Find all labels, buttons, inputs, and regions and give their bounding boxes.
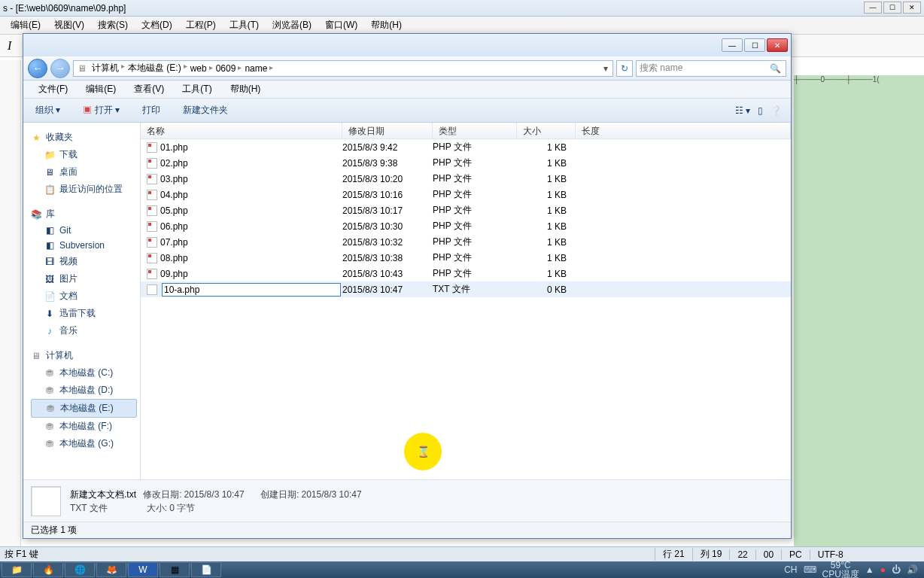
menu-tools[interactable]: 工具(T)	[223, 17, 265, 34]
italic-icon[interactable]: I	[3, 39, 16, 53]
file-row[interactable]: 08.php2015/8/3 10:38PHP 文件1 KB	[141, 250, 791, 266]
editor-maximize-button[interactable]: ☐	[883, 2, 901, 14]
editor-minimize-button[interactable]: —	[864, 2, 882, 14]
address-bar[interactable]: 🖥 计算机 本地磁盘 (E:) web 0609 name ▾	[73, 60, 613, 77]
ex-menu-tools[interactable]: 工具(T)	[175, 81, 219, 98]
file-row[interactable]: 06.php2015/8/3 10:30PHP 文件1 KB	[141, 218, 791, 234]
menu-edit[interactable]: 编辑(E)	[5, 17, 47, 34]
file-date: 2015/8/3 10:30	[342, 221, 433, 232]
nav-drive-c[interactable]: ⛃本地磁盘 (C:)	[31, 364, 140, 382]
file-row[interactable]: 03.php2015/8/3 10:20PHP 文件1 KB	[141, 171, 791, 187]
tray-net-icon[interactable]: ⏻	[892, 564, 901, 575]
nav-drive-d[interactable]: ⛃本地磁盘 (D:)	[31, 382, 140, 399]
nav-libraries[interactable]: 📚库	[31, 205, 140, 223]
tray-vol-icon[interactable]: 🔊	[907, 564, 918, 575]
menu-browser[interactable]: 浏览器(B)	[266, 17, 318, 34]
task-app2[interactable]: 🌐	[65, 562, 95, 577]
file-row[interactable]: 02.php2015/8/3 9:38PHP 文件1 KB	[141, 155, 791, 171]
file-row-renaming[interactable]: 2015/8/3 10:47TXT 文件0 KB	[141, 281, 791, 297]
editor-menubar: 编辑(E) 视图(V) 搜索(S) 文档(D) 工程(P) 工具(T) 浏览器(…	[0, 17, 924, 35]
explorer-menubar: 文件(F) 编辑(E) 查看(V) 工具(T) 帮助(H)	[23, 81, 791, 99]
nav-computer[interactable]: 🖥计算机	[31, 347, 140, 364]
php-file-icon	[147, 205, 157, 216]
nav-videos[interactable]: 🎞视频	[31, 253, 140, 270]
file-row[interactable]: 04.php2015/8/3 10:16PHP 文件1 KB	[141, 187, 791, 202]
task-app1[interactable]: 🔥	[33, 562, 63, 577]
ex-menu-help[interactable]: 帮助(H)	[223, 81, 269, 98]
ex-menu-edit[interactable]: 编辑(E)	[78, 81, 123, 98]
picture-icon: 🖼	[44, 274, 55, 284]
menu-view[interactable]: 视图(V)	[48, 17, 90, 34]
forward-button[interactable]: →	[50, 59, 70, 78]
breadcrumb-drive[interactable]: 本地磁盘 (E:)	[126, 62, 186, 75]
search-icon[interactable]: 🔍	[765, 63, 786, 74]
task-explorer[interactable]: 📁	[2, 562, 32, 577]
help-icon[interactable]: ❔	[771, 105, 782, 116]
nav-pictures[interactable]: 🖼图片	[31, 270, 140, 287]
open-button[interactable]: ▣ 打开 ▾	[78, 101, 124, 120]
tray-icon[interactable]: ▲	[865, 564, 874, 575]
nav-drive-f[interactable]: ⛃本地磁盘 (F:)	[31, 418, 140, 435]
col-name[interactable]: 名称	[141, 123, 342, 138]
nav-recent[interactable]: 📋最近访问的位置	[31, 181, 140, 198]
view-mode-button[interactable]: ☷ ▾	[735, 105, 750, 116]
newfolder-button[interactable]: 新建文件夹	[178, 101, 233, 120]
rename-input[interactable]	[163, 284, 340, 295]
refresh-button[interactable]: ↻	[616, 60, 633, 77]
nav-favorites[interactable]: ★收藏夹	[31, 129, 140, 146]
col-date[interactable]: 修改日期	[342, 123, 433, 138]
file-row[interactable]: 09.php2015/8/3 10:43PHP 文件1 KB	[141, 266, 791, 281]
close-button[interactable]: ✕	[767, 38, 788, 52]
ime-indicator[interactable]: CH	[784, 564, 797, 575]
print-button[interactable]: 打印	[138, 101, 165, 120]
menu-help[interactable]: 帮助(H)	[365, 17, 408, 34]
task-firefox[interactable]: 🦊	[96, 562, 126, 577]
nav-desktop[interactable]: 🖥桌面	[31, 163, 140, 181]
search-input[interactable]: 搜索 name 🔍	[636, 60, 786, 77]
breadcrumb-name[interactable]: name	[243, 63, 272, 74]
menu-search[interactable]: 搜索(S)	[92, 17, 134, 34]
editor-close-button[interactable]: ✕	[903, 2, 921, 14]
file-date: 2015/8/3 10:32	[342, 237, 433, 248]
file-row[interactable]: 01.php2015/8/3 9:42PHP 文件1 KB	[141, 139, 791, 155]
nav-music[interactable]: ♪音乐	[31, 322, 140, 339]
nav-xunlei[interactable]: ⬇迅雷下载	[31, 305, 140, 322]
details-size-label: 大小:	[147, 503, 167, 513]
tray-rec-icon[interactable]: ●	[880, 564, 886, 575]
ime-icon[interactable]: ⌨	[804, 564, 816, 575]
file-list[interactable]: 01.php2015/8/3 9:42PHP 文件1 KB02.php2015/…	[141, 139, 791, 479]
menu-project[interactable]: 工程(P)	[180, 17, 222, 34]
task-word[interactable]: W	[128, 562, 158, 577]
breadcrumb-web[interactable]: web	[189, 63, 211, 74]
ex-menu-view[interactable]: 查看(V)	[126, 81, 172, 98]
col-size[interactable]: 大小	[517, 123, 576, 138]
file-row[interactable]: 05.php2015/8/3 10:17PHP 文件1 KB	[141, 202, 791, 218]
maximize-button[interactable]: ☐	[744, 38, 765, 52]
details-create-label: 创建日期:	[260, 489, 299, 500]
col-length[interactable]: 长度	[576, 123, 791, 138]
nav-downloads[interactable]: 📁下载	[31, 146, 140, 163]
minimize-button[interactable]: —	[722, 38, 743, 52]
breadcrumb-dropdown-icon[interactable]: ▾	[599, 63, 612, 74]
breadcrumb-0609[interactable]: 0609	[214, 63, 241, 74]
nav-documents[interactable]: 📄文档	[31, 287, 140, 305]
task-app3[interactable]: ▦	[160, 562, 190, 577]
organize-button[interactable]: 组织 ▾	[31, 101, 65, 120]
nav-git[interactable]: ◧Git	[31, 223, 140, 238]
task-notepad[interactable]: 📄	[191, 562, 221, 577]
col-type[interactable]: 类型	[433, 123, 517, 138]
nav-drive-g[interactable]: ⛃本地磁盘 (G:)	[31, 435, 140, 452]
back-button[interactable]: ←	[28, 59, 47, 78]
menu-document[interactable]: 文档(D)	[135, 17, 178, 34]
explorer-titlebar[interactable]: — ☐ ✕	[23, 34, 791, 56]
drive-icon: ⛃	[44, 439, 55, 449]
nav-drive-e[interactable]: ⛃本地磁盘 (E:)	[31, 399, 137, 418]
editor-body[interactable]	[794, 90, 924, 548]
status-len: 00	[755, 549, 781, 560]
preview-pane-button[interactable]: ▯	[758, 105, 763, 116]
breadcrumb-computer[interactable]: 计算机	[90, 62, 123, 75]
ex-menu-file[interactable]: 文件(F)	[31, 81, 75, 98]
menu-window[interactable]: 窗口(W)	[319, 17, 363, 34]
nav-svn[interactable]: ◧Subversion	[31, 238, 140, 253]
file-row[interactable]: 07.php2015/8/3 10:32PHP 文件1 KB	[141, 234, 791, 250]
